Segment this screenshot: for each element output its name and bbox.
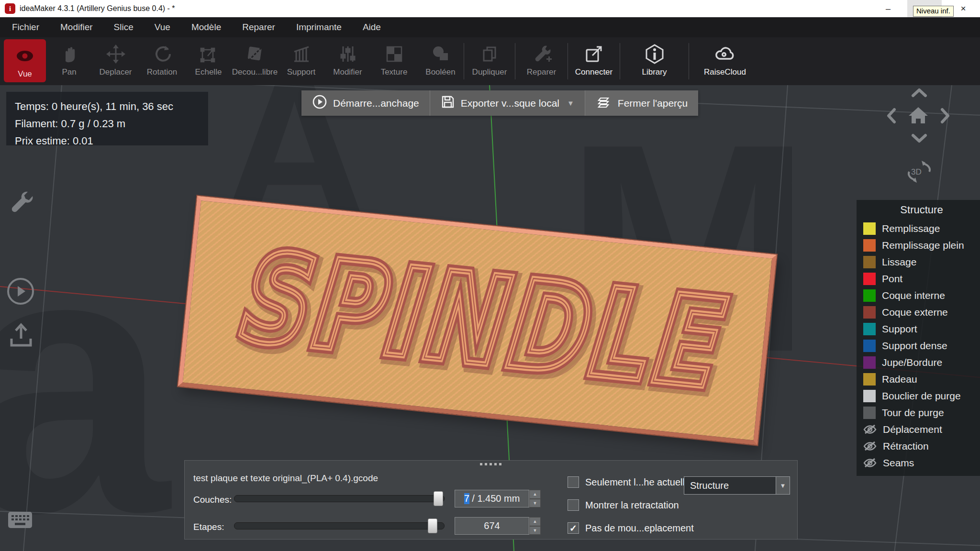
legend-row-support-dense: Support dense [863,337,980,354]
title-bar: i ideaMaker 4.3.1 (Artillery Genius buse… [0,0,980,17]
upload-icon[interactable] [8,321,34,351]
rotate-3d-button[interactable]: 3D [902,157,936,187]
minimize-button[interactable]: – [877,0,899,17]
layers-spinner: ▲ ▼ [529,490,541,507]
gcode-filename: test plaque et texte original_(PLA+ 0.4)… [193,473,378,484]
color-swatch [863,373,876,386]
main-toolbar: Vue Pan Deplacer Rotation Echelle Decou.… [0,37,980,85]
menu-vue[interactable]: Vue [144,17,181,37]
settings-wrench-icon[interactable] [9,190,36,220]
texture-icon [383,42,405,66]
tool-raisecloud[interactable]: RaiseCloud [689,37,761,85]
drag-handle[interactable] [480,463,502,465]
svg-text:SPINDLE: SPINDLE [229,225,731,417]
home-view-button[interactable] [906,103,931,130]
checkbox-box[interactable] [568,476,579,488]
menu-fichier[interactable]: Fichier [1,17,50,37]
tool-modifier[interactable]: Modifier [324,37,371,85]
checkbox-box[interactable] [568,499,579,511]
print-stats-panel: Temps: 0 heure(s), 11 min, 36 sec Filame… [6,92,208,145]
checkbox-box[interactable]: ✓ [568,522,579,534]
legend-row-remplissage: Remplissage [863,220,980,237]
tool-pan[interactable]: Pan [46,37,92,85]
cloud-icon [714,42,736,66]
nav-right-button[interactable] [940,107,950,126]
play-preview-icon[interactable] [6,276,35,308]
library-icon [644,42,666,66]
check-mark: ✓ [569,523,577,534]
color-swatch [863,407,876,419]
boolean-icon [430,42,452,66]
spinner-up-button[interactable]: ▲ [529,517,541,526]
checkbox-show-retraction[interactable]: Montrer la retractation [568,499,679,511]
tool-echelle[interactable]: Echelle [185,37,232,85]
legend-toggle-seams[interactable]: Seams [863,454,980,471]
steps-slider-track[interactable] [234,522,445,529]
spinner-down-button[interactable]: ▼ [529,499,541,508]
color-swatch [863,256,876,268]
selected-text: 7 [464,493,469,504]
dropdown-arrow-button[interactable]: ▼ [776,477,790,494]
close-button[interactable]: × [952,0,974,17]
steps-slider-thumb[interactable] [428,518,437,533]
layers-value-field[interactable]: 7 / 1.450 mm [455,490,529,507]
dropdown-value: Structure [684,480,776,491]
legend-toggle-deplacement[interactable]: Déplacement [863,421,980,438]
window-title: ideaMaker 4.3.1 (Artillery Genius buse 0… [20,4,175,13]
checkbox-only-current-layer[interactable]: Seulement l...he actuelle [568,476,690,488]
export-gcode-button[interactable]: Exporter v...sque local ▼ [430,90,585,116]
save-icon [441,95,455,111]
tool-dupliquer[interactable]: Dupliquer [464,37,515,85]
tool-library[interactable]: Library [620,37,689,85]
menu-reparer[interactable]: Reparer [232,17,286,37]
steps-value-field[interactable]: 674 [455,517,529,535]
tool-rotation[interactable]: Rotation [139,37,185,85]
tool-connecter[interactable]: Connecter [568,37,620,85]
layers-slider-track[interactable] [234,495,445,502]
steps-label: Etapes: [193,522,224,532]
spinner-down-button[interactable]: ▼ [529,526,541,535]
legend-row-coque-externe: Coque externe [863,304,980,320]
spinner-up-button[interactable]: ▲ [529,490,541,499]
eye-off-icon [863,457,877,469]
view-mode-dropdown[interactable]: Structure ▼ [684,476,790,495]
nav-up-button[interactable] [911,88,928,100]
stat-filament: Filament: 0.7 g / 0.23 m [15,115,200,132]
rotate-3d-label: 3D [911,167,922,177]
close-preview-button[interactable]: Fermer l'aperçu [585,90,698,116]
legend-row-coque-interne: Coque interne [863,287,980,304]
play-circle-icon [312,94,327,112]
export-dropdown-caret[interactable]: ▼ [567,99,574,107]
checkbox-no-travel-moves[interactable]: ✓ Pas de mou...eplacement [568,522,694,534]
menu-imprimante[interactable]: Imprimante [286,17,352,37]
tool-support[interactable]: Support [278,37,324,85]
menu-modifier[interactable]: Modifier [50,17,103,37]
menu-slice[interactable]: Slice [103,17,144,37]
color-swatch [863,273,876,285]
layers-label: Couches: [193,495,232,505]
nav-down-button[interactable] [911,133,928,145]
keyboard-icon[interactable] [8,510,33,532]
color-swatch [863,323,876,335]
connect-icon [583,42,605,66]
menu-aide[interactable]: Aide [352,17,391,37]
legend-row-support: Support [863,320,980,337]
sliders-icon [337,42,359,66]
color-swatch [863,239,876,252]
tool-booleen[interactable]: Booléen [417,37,464,85]
legend-row-remplissage-plein: Remplissage plein [863,237,980,253]
repair-icon [531,42,553,66]
tool-texture[interactable]: Texture [371,37,417,85]
nav-left-button[interactable] [886,107,897,126]
move-icon [105,42,127,66]
legend-toggle-retraction[interactable]: Rétraction [863,438,980,454]
layer-preview-panel: test plaque et texte original_(PLA+ 0.4)… [184,460,798,540]
tool-reparer[interactable]: Reparer [515,37,568,85]
menu-bar: Fichier Modifier Slice Vue Modèle Repare… [0,17,980,37]
layers-slider-thumb[interactable] [434,491,443,506]
tool-decoupe-libre[interactable]: Decou...libre [232,37,278,85]
tool-vue[interactable]: Vue [4,39,46,82]
tool-deplacer[interactable]: Deplacer [92,37,139,85]
menu-modele[interactable]: Modèle [181,17,232,37]
start-print-button[interactable]: Démarre...anchage [301,90,430,116]
